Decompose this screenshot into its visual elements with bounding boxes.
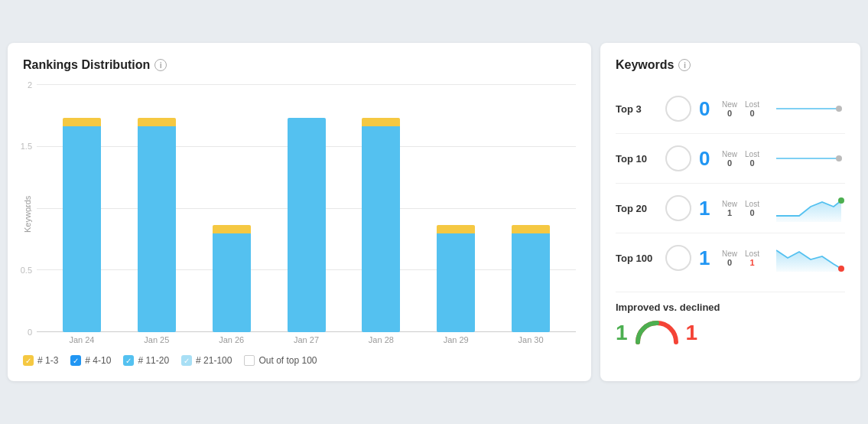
bar-segment <box>437 225 475 233</box>
keyword-row: Top 201New1Lost0 <box>616 184 845 233</box>
bar-group <box>194 84 269 332</box>
legend-label: # 21-100 <box>196 355 232 366</box>
legend-item: ✓# 1-3 <box>23 355 58 366</box>
sparkline <box>767 243 845 273</box>
legend-label: # 11-20 <box>138 355 169 366</box>
legend-color-box: ✓ <box>70 355 81 366</box>
improved-count: 1 <box>616 321 628 345</box>
bar-group <box>269 84 344 332</box>
kw-nl-row: New1Lost0 <box>722 200 759 217</box>
bar-segment <box>362 126 400 332</box>
kw-label: Top 100 <box>616 253 658 264</box>
kw-lost-col: Lost0 <box>745 200 759 217</box>
kw-circle <box>665 245 691 271</box>
keyword-row: Top 30New0Lost0 <box>616 84 845 134</box>
spark-svg <box>776 243 845 273</box>
bar-segment <box>288 118 326 126</box>
bar-group <box>44 84 119 332</box>
x-axis-label: Jan 26 <box>194 335 269 344</box>
bar-stack <box>63 118 101 332</box>
keywords-card: Keywords i Top 30New0Lost0 Top 100New0Lo… <box>600 43 860 381</box>
svg-marker-6 <box>776 250 841 272</box>
chart-info-icon[interactable]: i <box>154 59 167 71</box>
bar-group <box>493 84 568 332</box>
svg-point-7 <box>838 266 844 272</box>
chart-area: 2 1.5 1 0.5 <box>37 84 576 344</box>
x-axis-label: Jan 30 <box>493 335 568 344</box>
rankings-distribution-card: Rankings Distribution i Keywords 2 1.5 <box>8 43 591 381</box>
svg-point-5 <box>838 197 844 204</box>
chart-legend: ✓# 1-3✓# 4-10✓# 11-20✓# 21-100Out of top… <box>23 355 576 366</box>
legend-color-box: ✓ <box>181 355 192 366</box>
bar-stack <box>288 118 326 332</box>
x-axis: Jan 24Jan 25Jan 26Jan 27Jan 28Jan 29Jan … <box>37 335 576 344</box>
kw-new-lost: New0Lost1 <box>722 250 759 267</box>
legend-color-box: ✓ <box>123 355 134 366</box>
legend-label: Out of top 100 <box>258 355 317 366</box>
svg-marker-4 <box>776 201 841 222</box>
x-axis-label: Jan 25 <box>119 335 194 344</box>
declined-count: 1 <box>686 321 698 345</box>
chart-inner: 2 1.5 1 0.5 <box>37 84 576 332</box>
bar-stack <box>437 225 475 332</box>
x-axis-label: Jan 24 <box>44 335 119 344</box>
kw-new-lost: New0Lost0 <box>722 100 759 118</box>
x-axis-label: Jan 29 <box>418 335 493 344</box>
kw-new-lost: New1Lost0 <box>722 200 759 217</box>
kw-nl-row: New0Lost0 <box>722 150 759 168</box>
bar-segment <box>138 126 176 332</box>
kw-lost-col: Lost1 <box>745 250 759 267</box>
bar-group <box>343 84 418 332</box>
kw-count: 0 <box>699 97 714 121</box>
kw-new-col: New1 <box>722 200 737 217</box>
kw-count: 1 <box>699 197 714 220</box>
kw-new-col: New0 <box>722 250 737 267</box>
kw-new-col: New0 <box>722 100 737 118</box>
bar-segment <box>213 225 251 233</box>
legend-item: ✓# 4-10 <box>70 355 111 366</box>
gauge-arc <box>634 319 680 347</box>
kw-new-col: New0 <box>722 150 737 168</box>
kw-count: 0 <box>699 147 714 171</box>
legend-item: ✓# 11-20 <box>123 355 169 366</box>
legend-item: ✓# 21-100 <box>181 355 232 366</box>
keyword-row: Top 1001New0Lost1 <box>616 233 845 282</box>
sparkline <box>767 143 845 174</box>
bar-stack <box>362 118 400 332</box>
chart-wrapper: Keywords 2 1.5 1 <box>23 84 576 344</box>
keyword-sections: Top 30New0Lost0 Top 100New0Lost0 Top 201… <box>616 84 845 282</box>
bar-segment <box>512 225 550 233</box>
kw-count: 1 <box>699 246 714 270</box>
bar-group <box>418 84 493 332</box>
keyword-row: Top 100New0Lost0 <box>616 134 845 184</box>
bars-container <box>37 84 576 332</box>
chart-title: Rankings Distribution <box>23 58 150 72</box>
x-axis-label: Jan 27 <box>269 335 344 344</box>
spark-svg <box>776 193 845 223</box>
kw-label: Top 3 <box>616 103 658 115</box>
bar-segment <box>213 233 251 332</box>
bar-stack <box>512 225 550 332</box>
legend-box-outline <box>244 355 255 366</box>
bar-segment <box>512 233 550 332</box>
kw-label: Top 10 <box>616 153 658 165</box>
x-axis-label: Jan 28 <box>343 335 418 344</box>
kw-circle <box>665 145 691 171</box>
kw-circle <box>665 195 691 221</box>
spark-svg <box>776 147 845 170</box>
svg-point-1 <box>836 106 842 112</box>
bar-group <box>119 84 194 332</box>
bar-segment <box>437 233 475 332</box>
kw-lost-col: Lost0 <box>745 150 759 168</box>
bar-stack <box>138 118 176 332</box>
bar-segment <box>288 126 326 332</box>
kw-nl-row: New0Lost1 <box>722 250 759 267</box>
kw-new-lost: New0Lost0 <box>722 150 759 168</box>
bar-segment <box>63 118 101 126</box>
improved-title: Improved vs. declined <box>616 302 845 313</box>
spark-svg <box>776 97 845 120</box>
kw-nl-row: New0Lost0 <box>722 100 759 118</box>
sparkline <box>767 193 845 223</box>
legend-label: # 1-3 <box>37 355 58 366</box>
keywords-info-icon[interactable]: i <box>678 59 691 71</box>
